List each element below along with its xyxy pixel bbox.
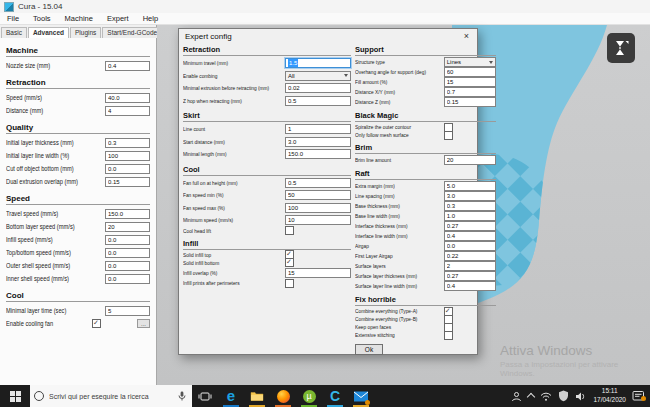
brim-line-amount-input[interactable]	[444, 155, 496, 165]
notifications-button[interactable]	[632, 390, 645, 402]
distance-x-y-mm-input[interactable]	[444, 87, 496, 97]
structure-type-select[interactable]: Lines	[444, 57, 496, 67]
taskbar-app-file-explorer[interactable]	[244, 385, 270, 407]
fan-speed-max-input[interactable]	[285, 203, 351, 213]
keep-open-faces-label: Keep open faces	[355, 324, 426, 330]
bottom-layer-speed-mm-s-input[interactable]	[105, 222, 150, 232]
dialog-titlebar[interactable]: Expert config ×	[179, 29, 477, 44]
minimum-speed-mm-s-label: Minimum speed (mm/s)	[183, 217, 265, 223]
section-raft: RaftExtra margin (mm)Line spacing (mm)Ba…	[355, 169, 496, 291]
distance-mm-input[interactable]	[105, 106, 150, 116]
travel-speed-mm-s-input[interactable]	[105, 209, 150, 219]
speed-mm-s-label: Speed (mm/s)	[6, 94, 93, 101]
taskbar-app-cura[interactable]: C	[322, 385, 348, 407]
setting-row: Surface layers	[355, 261, 496, 271]
taskbar-app-utorrent[interactable]: µ	[296, 385, 322, 407]
spiralize-the-outer-contour-label: Spiralize the outer contour	[355, 124, 426, 130]
setting-row: Fill amount (%)	[355, 77, 496, 87]
infill-overlap-label: Infill overlap (%)	[183, 270, 265, 276]
first-layer-airgap-input[interactable]	[444, 251, 496, 261]
view-mode-button[interactable]	[607, 33, 635, 63]
outer-shell-speed-mm-s-input[interactable]	[105, 261, 150, 271]
infill-speed-mm-s-input[interactable]	[105, 235, 150, 245]
ok-button[interactable]: Ok	[355, 344, 383, 355]
minimum-travel-mm-input[interactable]: 1.5	[285, 58, 351, 68]
fan-speed-min-input[interactable]	[285, 190, 351, 200]
chevron-up-icon[interactable]	[528, 392, 534, 400]
base-thickness-mm-input[interactable]	[444, 201, 496, 211]
nozzle-size-mm-input[interactable]	[105, 61, 150, 71]
line-count-input[interactable]	[285, 124, 351, 134]
section-title: Machine	[6, 46, 150, 57]
task-view-icon	[198, 390, 212, 403]
minimal-layer-time-sec-input[interactable]	[105, 306, 150, 316]
fill-amount-input[interactable]	[444, 77, 496, 87]
setting-row: Speed (mm/s)	[6, 91, 150, 104]
minimum-speed-mm-s-input[interactable]	[285, 215, 351, 225]
taskbar-app-firefox[interactable]	[270, 385, 296, 407]
base-line-width-mm-input[interactable]	[444, 211, 496, 221]
cut-off-object-bottom-mm-label: Cut off object bottom (mm)	[6, 165, 93, 172]
enable-cooling-fan-label: Enable cooling fan	[6, 320, 82, 327]
menu-machine[interactable]: Machine	[58, 14, 100, 23]
z-hop-when-retracting-mm-input[interactable]	[285, 96, 351, 106]
distance-z-mm-input[interactable]	[444, 97, 496, 107]
setting-row: Structure typeLines	[355, 57, 496, 67]
infill-overlap-input[interactable]	[285, 268, 351, 278]
enable-combing-select[interactable]: All	[285, 71, 351, 81]
tab-advanced[interactable]: Advanced	[28, 27, 69, 38]
minimal-length-mm-input[interactable]	[285, 149, 351, 159]
initial-layer-line-width-input[interactable]	[105, 151, 150, 161]
interface-line-width-mm-input[interactable]	[444, 231, 496, 241]
taskbar-app-edge[interactable]: e	[218, 385, 244, 407]
minimal-extrusion-before-retracting-mm-input[interactable]	[285, 83, 351, 93]
interface-thickness-mm-input[interactable]	[444, 221, 496, 231]
initial-layer-thickness-mm-input[interactable]	[105, 138, 150, 148]
cool-head-lift-checkbox[interactable]	[285, 226, 294, 235]
microphone-icon[interactable]	[176, 390, 188, 402]
mail-badge	[365, 400, 370, 405]
surface-layer-thickness-mm-input[interactable]	[444, 271, 496, 281]
overhang-angle-for-support-deg-input[interactable]	[444, 67, 496, 77]
volume-icon[interactable]	[575, 391, 587, 402]
inner-shell-speed-mm-s-input[interactable]	[105, 274, 150, 284]
enable-cooling-fan-more-button[interactable]: ...	[137, 319, 150, 328]
task-view-button[interactable]	[192, 385, 218, 407]
shield-icon[interactable]	[558, 390, 569, 402]
menu-expert[interactable]: Expert	[100, 14, 136, 23]
surface-layer-line-width-mm-input[interactable]	[444, 281, 496, 291]
close-icon[interactable]: ×	[462, 32, 471, 41]
tab-basic[interactable]: Basic	[1, 27, 27, 38]
only-follow-mesh-surface-checkbox[interactable]	[444, 131, 453, 140]
surface-layers-input[interactable]	[444, 261, 496, 271]
setting-row: Fan speed max (%)	[183, 202, 351, 215]
taskbar-app-mail[interactable]	[348, 385, 374, 407]
dual-extrusion-overlap-mm-input[interactable]	[105, 177, 150, 187]
menu-file[interactable]: File	[0, 14, 26, 23]
enable-cooling-fan-checkbox[interactable]	[92, 319, 101, 328]
search-input[interactable]: Scrivi qui per eseguire la ricerca	[30, 385, 192, 407]
speed-mm-s-input[interactable]	[105, 93, 150, 103]
menu-help[interactable]: Help	[136, 14, 165, 23]
structure-type-label: Structure type	[355, 59, 426, 65]
menu-tools[interactable]: Tools	[26, 14, 58, 23]
setting-row: Minimal extrusion before retracting (mm)	[183, 82, 351, 95]
clock[interactable]: 15:11 17/04/2020	[593, 387, 626, 405]
infill-prints-after-perimeters-checkbox[interactable]	[285, 279, 294, 288]
tab-plugins[interactable]: Plugins	[70, 27, 101, 38]
wifi-icon[interactable]	[540, 391, 552, 402]
cut-off-object-bottom-mm-input[interactable]	[105, 164, 150, 174]
tab-start-end-gcode[interactable]: Start/End-GCode	[102, 27, 162, 38]
start-distance-mm-input[interactable]	[285, 137, 351, 147]
start-button[interactable]	[0, 385, 30, 407]
extensive-stitching-checkbox[interactable]	[444, 331, 453, 340]
nozzle-size-mm-label: Nozzle size (mm)	[6, 62, 93, 69]
people-icon[interactable]	[511, 391, 522, 402]
section-title: Raft	[355, 169, 496, 180]
fan-full-on-at-height-mm-input[interactable]	[285, 178, 351, 188]
top-bottom-speed-mm-s-input[interactable]	[105, 248, 150, 258]
infill-prints-after-perimeters-label: Infill prints after perimeters	[183, 280, 265, 286]
extra-margin-mm-input[interactable]	[444, 181, 496, 191]
line-spacing-mm-input[interactable]	[444, 191, 496, 201]
airgap-input[interactable]	[444, 241, 496, 251]
